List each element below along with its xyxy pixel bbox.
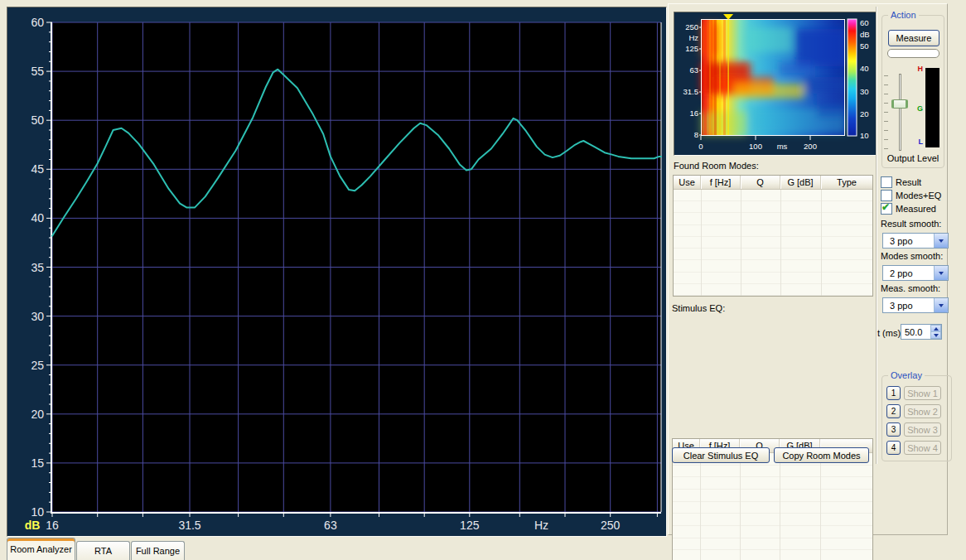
tab-room-analyzer[interactable]: Room Analyzer (7, 538, 75, 560)
t-ms-value[interactable]: 50.0 (901, 325, 930, 339)
overlay-group-title: Overlay (888, 370, 925, 381)
table-header-cell[interactable]: f [Hz] (701, 176, 741, 189)
colorbar-label: 20 (860, 109, 869, 118)
x-tick-label: 125 (460, 519, 480, 532)
table-row (673, 502, 872, 514)
smoothing-label: Meas. smooth: (877, 283, 947, 294)
table-column-separator (820, 453, 821, 560)
colorbar-label: 50 (860, 41, 869, 51)
output-level-slider-thumb[interactable] (891, 99, 908, 109)
copy-room-modes-button[interactable]: Copy Room Modes (774, 447, 869, 463)
table-header-cell[interactable]: Type (821, 176, 872, 189)
checkbox-box[interactable]: ✔ (881, 203, 892, 215)
measure-progress-bar (887, 49, 939, 58)
tab-rta[interactable]: RTA (76, 541, 130, 560)
colorbar-label: dB (860, 30, 870, 39)
table-row (673, 550, 872, 560)
checkbox-label: Measured (896, 204, 936, 214)
app-window: 10152025303540455055601631.563125250HzdB (0, 0, 966, 560)
table-row (674, 249, 872, 260)
overlay-num-button-1[interactable]: 1 (886, 386, 901, 400)
overlay-show-button-2: Show 2 (904, 404, 941, 418)
overlay-show-button-3: Show 3 (904, 422, 941, 437)
x-tick-label: 250 (601, 519, 621, 532)
tab-full-range[interactable]: Full Range (131, 541, 185, 560)
checkbox-result[interactable]: Result (881, 176, 951, 189)
y-tick-label: 50 (31, 113, 44, 127)
meter-mark-L: L (912, 138, 923, 146)
output-level-slider-track[interactable] (899, 74, 901, 151)
y-tick-label: 25 (31, 359, 44, 372)
y-tick-label: 15 (31, 456, 44, 470)
checkbox-box[interactable] (881, 190, 892, 201)
chevron-down-icon[interactable] (934, 234, 948, 248)
overlay-num-button-4[interactable]: 4 (886, 441, 901, 455)
clear-stimulus-eq-button[interactable]: Clear Stimulus EQ (672, 447, 770, 463)
meter-mark-G: G (912, 104, 923, 113)
t-ms-spinner-buttons (930, 325, 941, 339)
table-column-separator (701, 190, 702, 296)
spectro-y-label: 31.5 (683, 87, 699, 96)
spinner-up-icon[interactable] (930, 325, 941, 332)
spectro-x-label: ms (777, 142, 788, 151)
table-row (674, 213, 872, 224)
overlay-num-button-3[interactable]: 3 (886, 422, 901, 437)
meter-mark-H: H (912, 65, 923, 73)
overlay-num-button-2[interactable]: 2 (886, 404, 901, 418)
table-row (673, 538, 872, 551)
table-header: Usef [Hz]QG [dB]Type (674, 176, 872, 190)
chevron-down-icon[interactable] (934, 298, 948, 312)
smoothing-label: Modes smooth: (877, 251, 947, 262)
frequency-response-chart: 10152025303540455055601631.563125250HzdB (7, 7, 666, 536)
table-row (674, 190, 872, 201)
frequency-response-chart-panel: 10152025303540455055601631.563125250HzdB (7, 7, 667, 537)
colorbar (848, 19, 857, 136)
spectrogram-image (701, 19, 846, 136)
table-column-separator (780, 190, 781, 296)
colorbar-label: 40 (860, 64, 869, 73)
table-row (673, 477, 872, 490)
colorbar-label: 10 (860, 131, 869, 140)
table-column-separator (821, 190, 822, 296)
checkbox-label: Result (896, 177, 921, 187)
spinner-down-icon[interactable] (930, 332, 941, 339)
table-row (673, 466, 872, 478)
stimulus-eq-label: Stimulus EQ: (672, 303, 725, 313)
smoothing-label: Result smooth: (877, 219, 947, 229)
y-tick-label: 35 (31, 261, 44, 274)
t-ms-spinner[interactable]: 50.0 (901, 324, 942, 340)
spectro-x-label: 0 (698, 142, 703, 151)
smoothing-combobox[interactable]: 2 ppo (882, 265, 949, 281)
checkbox-label: Modes+EQ (896, 191, 941, 200)
chevron-down-icon[interactable] (934, 266, 948, 280)
spectro-y-label: 16 (689, 109, 698, 118)
table-row (674, 201, 872, 213)
spectrogram-chart: 250Hz1256331.51680100ms20060dB5040302010 (674, 12, 876, 155)
table-header-cell[interactable]: G [dB] (780, 176, 821, 189)
table-header-cell[interactable]: Q (741, 176, 780, 189)
table-column-separator (700, 453, 701, 560)
table-row (674, 273, 872, 284)
table-header-cell[interactable]: Use (674, 176, 701, 189)
measure-button[interactable]: Measure (888, 30, 939, 46)
table-row (674, 225, 872, 237)
y-tick-label: 40 (31, 211, 44, 224)
y-tick-label: 45 (31, 162, 44, 176)
checkbox-measured[interactable]: ✔ Measured (881, 202, 951, 215)
checkbox-box[interactable] (881, 176, 892, 188)
spectrogram-panel: 250Hz1256331.51680100ms20060dB5040302010 (674, 12, 877, 156)
smoothing-combobox[interactable]: 3 ppo (882, 233, 949, 249)
checkbox-modes-eq[interactable]: Modes+EQ (881, 189, 951, 202)
output-level-label: Output Level (881, 153, 944, 163)
t-ms-label: t (ms) (877, 328, 901, 338)
spectro-y-label: 8 (694, 130, 698, 139)
smoothing-combobox[interactable]: 3 ppo (882, 297, 949, 313)
overlay-show-button-1: Show 1 (904, 386, 941, 400)
spectro-x-label: 100 (749, 142, 762, 151)
table-row (674, 284, 872, 296)
y-tick-label: 30 (31, 310, 44, 323)
marker-triangle-icon[interactable] (723, 14, 733, 20)
combobox-value: 2 ppo (883, 268, 934, 278)
action-group-title: Action (888, 10, 919, 21)
table-column-separator (740, 453, 741, 560)
